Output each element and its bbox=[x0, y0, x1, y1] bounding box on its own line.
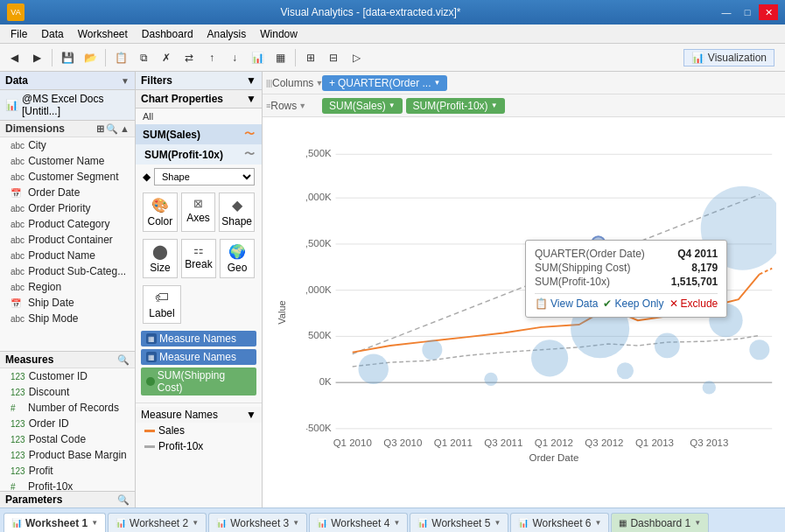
data-source[interactable]: 📊 @MS Excel Docs [Untitl...] bbox=[0, 90, 135, 121]
meas-customer-id[interactable]: 123Customer ID bbox=[0, 368, 135, 384]
dim-ship-date[interactable]: 📅Ship Date bbox=[0, 295, 135, 311]
dim-customer-name[interactable]: abcCustomer Name bbox=[0, 153, 135, 169]
toolbar-separator-1 bbox=[52, 49, 53, 66]
back-button[interactable]: ◀ bbox=[4, 47, 25, 68]
dim-prodcat-icon: abc bbox=[11, 220, 25, 229]
filters-menu[interactable]: ▼ bbox=[246, 74, 256, 87]
measure-names-menu[interactable]: ▼ bbox=[246, 409, 256, 421]
duplicate-button[interactable]: ⧉ bbox=[133, 47, 154, 68]
clear-button[interactable]: ✗ bbox=[156, 47, 177, 68]
measures-search-icon[interactable]: 🔍 bbox=[117, 354, 130, 366]
save-button[interactable]: 💾 bbox=[57, 47, 78, 68]
measure-names-pill-1[interactable]: ▦ Measure Names bbox=[141, 331, 256, 346]
meas-orderid-label: Order ID bbox=[29, 417, 69, 430]
dimensions-search-icon[interactable]: 🔍 bbox=[106, 123, 118, 135]
sum-profit-wave: 〜 bbox=[244, 147, 255, 162]
meas-postal-code[interactable]: 123Postal Code bbox=[0, 431, 135, 447]
chart-props-menu[interactable]: ▼ bbox=[246, 93, 256, 105]
measure-names-pill-2[interactable]: ▦ Measure Names bbox=[141, 349, 256, 365]
dim-order-priority[interactable]: abcOrder Priority bbox=[0, 200, 135, 216]
swap-button[interactable]: ⇄ bbox=[179, 47, 200, 68]
maximize-button[interactable]: □ bbox=[738, 4, 757, 20]
all-marks-item[interactable]: All bbox=[136, 108, 262, 124]
open-button[interactable]: 📂 bbox=[80, 47, 101, 68]
keep-only-action[interactable]: ✔ Keep Only bbox=[603, 298, 663, 310]
label-button[interactable]: 🏷 Label bbox=[143, 285, 181, 324]
shape-select[interactable]: Shape bbox=[154, 168, 255, 186]
exclude-action[interactable]: ✕ Exclude bbox=[669, 298, 718, 310]
dim-product-container[interactable]: abcProduct Container bbox=[0, 232, 135, 248]
dim-region[interactable]: abcRegion bbox=[0, 279, 135, 295]
pill2-icon: ▦ bbox=[146, 352, 157, 362]
meas-postal-icon: 123 bbox=[11, 435, 25, 444]
color-button[interactable]: 🎨 Color bbox=[143, 192, 178, 232]
tab-worksheet-5[interactable]: 📊 Worksheet 5 ▼ bbox=[410, 513, 508, 532]
fix-button[interactable]: ⊟ bbox=[323, 47, 344, 68]
menu-analysis[interactable]: Analysis bbox=[200, 26, 254, 42]
tab-worksheet-1[interactable]: 📊 Worksheet 1 ▼ bbox=[4, 513, 106, 532]
dim-product-category[interactable]: abcProduct Category bbox=[0, 216, 135, 232]
meas-discount[interactable]: 123Discount bbox=[0, 384, 135, 400]
axes-label: Axes bbox=[186, 212, 210, 224]
dim-order-date[interactable]: 📅Order Date bbox=[0, 185, 135, 200]
table-button[interactable]: ▦ bbox=[270, 47, 291, 68]
meas-order-id[interactable]: 123Order ID bbox=[0, 416, 135, 431]
y-axis-label: Value bbox=[277, 300, 287, 324]
minimize-button[interactable]: — bbox=[717, 4, 736, 20]
tab-worksheet-6[interactable]: 📊 Worksheet 6 ▼ bbox=[510, 513, 609, 532]
menu-worksheet[interactable]: Worksheet bbox=[71, 26, 135, 42]
sum-sales-pill[interactable]: SUM(Sales) ▼ bbox=[322, 98, 403, 114]
menu-dashboard[interactable]: Dashboard bbox=[135, 26, 200, 42]
tab-worksheet-4[interactable]: 📊 Worksheet 4 ▼ bbox=[309, 513, 408, 532]
filters-title: Filters bbox=[141, 74, 172, 87]
break-button[interactable]: ⚏ Break bbox=[181, 239, 216, 278]
sum-profit-item[interactable]: SUM(Profit-10x) 〜 bbox=[136, 144, 262, 164]
fit-button[interactable]: ⊞ bbox=[300, 47, 321, 68]
dimensions-scroll-up[interactable]: ▲ bbox=[120, 123, 130, 135]
dimensions-icons: ⊞ 🔍 ▲ bbox=[96, 123, 130, 135]
close-button[interactable]: ✕ bbox=[759, 4, 778, 20]
present-button[interactable]: ▷ bbox=[346, 47, 367, 68]
meas-profit10x[interactable]: #Profit-10x bbox=[0, 479, 135, 491]
menu-data[interactable]: Data bbox=[34, 26, 70, 42]
tab5-label: Worksheet 5 bbox=[431, 517, 490, 529]
geo-button[interactable]: 🌍 Geo bbox=[220, 239, 255, 278]
view-data-action[interactable]: 📋 View Data bbox=[535, 298, 598, 310]
parameters-search-icon[interactable]: 🔍 bbox=[117, 494, 130, 506]
chart-type-button[interactable]: 📊 bbox=[247, 47, 268, 68]
sort-desc-button[interactable]: ↓ bbox=[224, 47, 245, 68]
dim-product-name[interactable]: abcProduct Name bbox=[0, 248, 135, 263]
menu-window[interactable]: Window bbox=[253, 26, 305, 42]
meas-num-records[interactable]: #Number of Records bbox=[0, 400, 135, 416]
dimensions-grid-icon[interactable]: ⊞ bbox=[96, 123, 104, 135]
size-button[interactable]: ⬤ Size bbox=[143, 239, 178, 278]
label-icon: 🏷 bbox=[155, 290, 169, 305]
sum-profit10x-pill[interactable]: SUM(Profit-10x) ▼ bbox=[406, 98, 505, 114]
data-panel-menu[interactable]: ▼ bbox=[121, 76, 130, 86]
meas-prod-margin[interactable]: 123Product Base Margin bbox=[0, 447, 135, 463]
visualization-button[interactable]: 📊 Visualization bbox=[683, 49, 774, 66]
sum-sales-item[interactable]: SUM(Sales) 〜 bbox=[136, 124, 262, 144]
menu-file[interactable]: File bbox=[4, 26, 34, 42]
axes-button[interactable]: ⊠ Axes bbox=[181, 192, 216, 232]
meas-profit[interactable]: 123Profit bbox=[0, 463, 135, 479]
data-panel-title: Data bbox=[5, 74, 28, 87]
quarter-order-date-pill[interactable]: + QUARTER(Order ... ▼ bbox=[322, 75, 447, 91]
forward-button[interactable]: ▶ bbox=[26, 47, 47, 68]
y-label-1500k: 1,500K bbox=[306, 238, 332, 248]
tab-worksheet-2[interactable]: 📊 Worksheet 2 ▼ bbox=[108, 513, 207, 532]
sort-asc-button[interactable]: ↑ bbox=[201, 47, 222, 68]
dim-product-subcat[interactable]: abcProduct Sub-Categ... bbox=[0, 263, 135, 279]
pill2-label: Measure Names bbox=[159, 351, 236, 363]
tab-dashboard-1[interactable]: ▦ Dashboard 1 ▼ bbox=[611, 513, 709, 532]
shape-button[interactable]: ◆ Shape bbox=[219, 192, 255, 232]
app-logo: VA bbox=[7, 4, 25, 21]
dim-city[interactable]: abcCity bbox=[0, 137, 135, 153]
chart-tooltip: QUARTER(Order Date) Q4 2011 SUM(Shipping… bbox=[525, 240, 727, 318]
dim-ship-mode[interactable]: abcShip Mode bbox=[0, 311, 135, 326]
dim-customer-segment[interactable]: abcCustomer Segment bbox=[0, 169, 135, 185]
new-worksheet-button[interactable]: 📋 bbox=[110, 47, 131, 68]
tab-worksheet-3[interactable]: 📊 Worksheet 3 ▼ bbox=[208, 513, 307, 532]
shipping-cost-pill[interactable]: SUM(Shipping Cost) bbox=[141, 368, 256, 396]
app-icon: VA bbox=[7, 4, 25, 21]
